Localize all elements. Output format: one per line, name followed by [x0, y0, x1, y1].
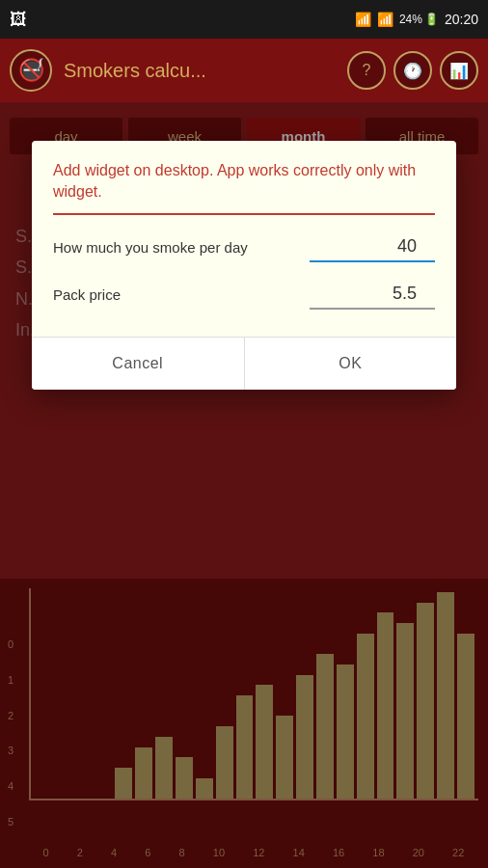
dialog-warning-text: Add widget on desktop. App works correct…	[53, 160, 435, 203]
smoke-per-day-input[interactable]	[310, 232, 435, 262]
dialog-actions: Cancel OK	[32, 337, 456, 390]
help-icon-button[interactable]: ?	[347, 51, 386, 90]
app-logo-icon: 🚭	[18, 58, 44, 83]
pack-price-input-wrap	[310, 280, 435, 310]
battery-indicator: 24% 🔋	[399, 13, 439, 26]
status-bar: 🖼 📶 📶 24% 🔋 20:20	[0, 0, 488, 39]
status-right: 📶 📶 24% 🔋 20:20	[355, 12, 478, 27]
pack-price-field: Pack price	[53, 280, 435, 310]
app-title: Smokers calcu...	[64, 60, 336, 82]
app-logo: 🚭	[10, 49, 52, 92]
battery-percentage: 24%	[399, 13, 422, 26]
clock-icon: 🕐	[403, 62, 422, 80]
ok-button[interactable]: OK	[245, 338, 457, 390]
smoke-per-day-label: How much you smoke per day	[53, 238, 300, 258]
toolbar-icons: ? 🕐 📊	[347, 51, 478, 90]
dialog-overlay: Add widget on desktop. App works correct…	[0, 102, 488, 868]
pack-price-label: Pack price	[53, 285, 300, 305]
status-time: 20:20	[445, 12, 478, 27]
settings-dialog: Add widget on desktop. App works correct…	[32, 141, 456, 390]
dialog-divider	[53, 213, 435, 215]
status-bar-left: 🖼	[10, 0, 27, 39]
smoke-per-day-field: How much you smoke per day	[53, 232, 435, 262]
cancel-button[interactable]: Cancel	[32, 338, 245, 390]
battery-icon: 🔋	[424, 13, 439, 26]
dialog-body: Add widget on desktop. App works correct…	[32, 141, 456, 337]
chart-icon-button[interactable]: 📊	[440, 51, 478, 90]
help-icon: ?	[363, 62, 371, 79]
wifi-icon: 📶	[355, 12, 371, 27]
pack-price-input[interactable]	[310, 280, 435, 310]
main-content: day week month all time 28.03.2015 S... …	[0, 102, 488, 868]
photo-icon: 🖼	[10, 10, 27, 30]
chart-icon: 📊	[449, 62, 469, 80]
app-bar: 🚭 Smokers calcu... ? 🕐 📊	[0, 39, 488, 102]
clock-icon-button[interactable]: 🕐	[393, 51, 432, 90]
signal-icon: 📶	[377, 12, 393, 27]
smoke-per-day-input-wrap	[310, 232, 435, 262]
